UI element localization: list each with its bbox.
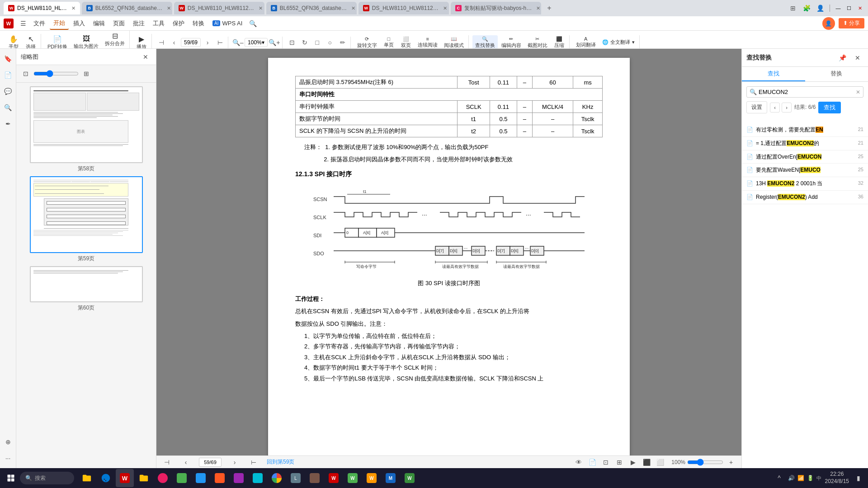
rp-clear-button[interactable]: ✕ [856, 89, 860, 95]
taskbar-search[interactable]: 🔍 搜索 [20, 472, 74, 484]
tab-1[interactable]: W DS_HLW8110_HL… ✕ [4, 2, 80, 14]
nav-next-icon[interactable]: › [202, 37, 213, 48]
system-clock[interactable]: 22:26 2024/8/15 [825, 471, 849, 485]
browser-grid-icon[interactable]: ⊞ [787, 2, 799, 14]
tab-4[interactable]: B BL6552_QFN36_datashe… ✕ [266, 2, 357, 14]
browser-ext-icon[interactable]: 🧩 [801, 2, 812, 14]
menu-edit[interactable]: 编辑 [90, 18, 108, 29]
menu-convert[interactable]: 转换 [189, 18, 208, 29]
close-sidebar-icon[interactable]: ✕ [140, 51, 151, 63]
tray-power-icon[interactable]: 🔋 [807, 475, 814, 481]
taskbar-app-15-icon[interactable]: W [344, 469, 362, 487]
view-mode-2-icon[interactable]: 📄 [586, 456, 598, 468]
tray-arrow-icon[interactable]: ^ [774, 472, 785, 484]
bookmark-panel-icon[interactable]: 🔖 [2, 52, 14, 65]
menu-tools[interactable]: 工具 [149, 18, 168, 29]
taskbar-app-16-icon[interactable]: W [363, 469, 381, 487]
pages-panel-icon[interactable]: 📄 [2, 69, 14, 81]
thumb-zoom-slider[interactable] [33, 70, 79, 77]
browser-user-icon[interactable]: 👤 [814, 2, 826, 14]
search-menu-icon[interactable]: 🔍 [247, 18, 259, 29]
taskbar-app-13-icon[interactable] [306, 469, 324, 487]
tab-3-close[interactable]: ✕ [259, 5, 263, 11]
tab-1-close[interactable]: ✕ [71, 5, 75, 11]
taskbar-app-14-icon[interactable]: W [325, 469, 343, 487]
rp-pin-icon[interactable]: 📌 [836, 52, 848, 64]
rp-find-button[interactable]: 查找 [818, 102, 841, 113]
minimize-button[interactable]: — [834, 4, 843, 13]
rp-settings-button[interactable]: 设置 [746, 101, 767, 113]
select-tool-button[interactable]: ↖ 选择 [23, 34, 39, 49]
rp-nav-next-button[interactable]: › [782, 103, 792, 113]
full-translate-button[interactable]: 🌐 全文翻译 ▾ [599, 38, 637, 47]
menu-page[interactable]: 页面 [109, 18, 128, 29]
tray-volume-icon[interactable]: 📶 [797, 475, 804, 481]
word-translate-button[interactable]: A 划词翻译 [573, 35, 599, 49]
maximize-button[interactable]: ☐ [844, 4, 854, 13]
shape-hand-icon[interactable]: ✏ [337, 37, 349, 48]
view-mode-5-icon[interactable]: ⬛ [641, 456, 652, 468]
taskbar-app-17-icon[interactable]: M [382, 469, 400, 487]
tray-network-icon[interactable]: 🔊 [788, 475, 795, 481]
thumbnail-60[interactable]: 第60页 [20, 266, 152, 312]
tab-2-close[interactable]: ✕ [167, 5, 171, 11]
zoom-in-icon[interactable]: 🔍+ [269, 37, 280, 48]
play-status-icon[interactable]: ▶ [627, 456, 639, 468]
rp-nav-prev-button[interactable]: ‹ [770, 103, 780, 113]
pdf-convert-button[interactable]: 📄 PDF转换 [45, 34, 70, 49]
thumb-fit-icon[interactable]: ⊡ [20, 68, 32, 80]
taskbar-edge-icon[interactable] [97, 469, 115, 487]
windows-start-button[interactable] [4, 471, 18, 485]
doc-scroll[interactable]: 晶振启动时间 3.579545MHz(注释 6) Tost 0.11 – 60 … [156, 49, 741, 455]
taskbar-chrome-icon[interactable] [268, 469, 286, 487]
taskbar-app-12-icon[interactable]: L [287, 469, 305, 487]
more-panel-icon[interactable]: ··· [2, 452, 14, 465]
view-mode-4-icon[interactable]: ⊞ [613, 456, 625, 468]
fit-width-icon[interactable]: ⊡ [286, 37, 298, 48]
tab-4-close[interactable]: ✕ [351, 5, 355, 11]
tab-6-close[interactable]: ✕ [536, 5, 540, 11]
double-page-button[interactable]: ⬜ 双页 [398, 35, 414, 49]
taskbar-files-icon[interactable] [78, 469, 96, 487]
continuous-button[interactable]: ≡ 连续阅读 [415, 35, 440, 49]
taskbar-app-9-icon[interactable] [230, 469, 248, 487]
split-merge-button[interactable]: ⊟ 拆分合并 ▾ [102, 31, 127, 49]
zoom-out-icon[interactable]: 🔍– [232, 37, 244, 48]
close-button[interactable]: ✕ [855, 4, 864, 13]
taskbar-app-18-icon[interactable]: W [401, 469, 419, 487]
tab-3[interactable]: W DS_HLW8110_HLW8112… ✕ [174, 2, 264, 14]
show-desktop-button[interactable]: ▮ [853, 472, 864, 484]
taskbar-app-8-icon[interactable] [211, 469, 229, 487]
new-tab-button[interactable]: + [543, 2, 556, 14]
view-mode-6-icon[interactable]: ⬜ [654, 456, 666, 468]
page-number-input[interactable]: 59/69 [181, 38, 201, 47]
read-mode-button[interactable]: 📖 阅读模式 [441, 35, 467, 49]
single-page-button[interactable]: □ 单页 [381, 35, 397, 49]
rp-result-item-4[interactable]: 📄 要先配置WaveEN[EMUCO 25 [742, 164, 868, 177]
tab-6[interactable]: C 复制粘贴写驱动-babyos-h… ✕ [451, 2, 541, 14]
status-zoom-in-icon[interactable]: + [725, 456, 737, 468]
taskbar-app-10-icon[interactable] [249, 469, 267, 487]
rp-result-item-3[interactable]: 📄 通过配置OverEn[EMUCON 25 [742, 150, 868, 164]
status-zoom-slider[interactable] [687, 459, 723, 466]
tab-5-close[interactable]: ✕ [443, 5, 447, 11]
status-nav-prev-icon[interactable]: ‹ [180, 456, 192, 468]
taskbar-app-5-icon[interactable] [154, 469, 172, 487]
hand-tool-button[interactable]: ✋ 手型 [5, 34, 22, 49]
edit-content-button[interactable]: ✏ 编辑内容 [499, 35, 524, 49]
layers-panel-icon[interactable]: ⊕ [2, 436, 14, 448]
play-button[interactable]: ▶ 播放 [133, 34, 150, 49]
rp-result-item-6[interactable]: 📄 Register(EMUCON2) Add 36 [742, 191, 868, 204]
thumbnail-58[interactable]: 图表 第58页 [20, 86, 152, 173]
taskbar-explorer-icon[interactable] [135, 469, 153, 487]
rp-tab-find[interactable]: 查找 [742, 67, 805, 81]
taskbar-app-7-icon[interactable] [192, 469, 210, 487]
status-nav-first-icon[interactable]: ⊣ [161, 456, 173, 468]
ime-indicator[interactable]: 中 [816, 475, 821, 482]
find-replace-button[interactable]: 🔍 查找替换 [472, 35, 498, 49]
nav-prev-icon[interactable]: ‹ [168, 37, 180, 48]
taskbar-wps-icon[interactable]: W [116, 469, 134, 487]
nav-last-icon[interactable]: ⊢ [214, 37, 226, 48]
shape-ellipse-icon[interactable]: ○ [324, 37, 336, 48]
tab-2[interactable]: B BL6552_QFN36_datashe… ✕ [82, 2, 172, 14]
